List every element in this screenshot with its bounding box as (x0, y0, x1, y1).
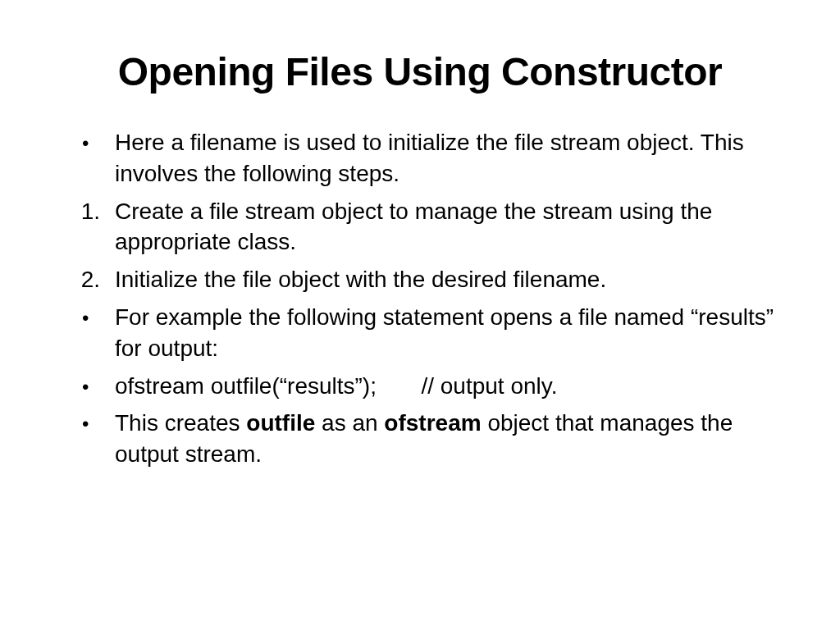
list-item: 2. Initialize the file object with the d… (57, 264, 783, 295)
item-text: Create a file stream object to manage th… (115, 196, 783, 258)
bullet-icon: • (82, 371, 115, 402)
list-item: • For example the following statement op… (57, 302, 783, 364)
item-text-rich: This creates outfile as an ofstream obje… (115, 408, 783, 470)
list-item: • ofstream outfile(“results”); // output… (57, 371, 783, 402)
bullet-icon: • (82, 408, 115, 470)
list-item: • This creates outfile as an ofstream ob… (57, 408, 783, 470)
list-item: 1. Create a file stream object to manage… (57, 196, 783, 258)
list-item: • Here a filename is used to initialize … (57, 127, 783, 189)
number-marker: 2. (74, 264, 115, 295)
item-text: For example the following statement open… (115, 302, 783, 364)
number-marker: 1. (74, 196, 115, 258)
slide-content: • Here a filename is used to initialize … (57, 127, 783, 470)
item-text: ofstream outfile(“results”); // output o… (115, 371, 783, 402)
slide-title: Opening Files Using Constructor (57, 49, 783, 94)
item-text: Here a filename is used to initialize th… (115, 127, 783, 189)
bullet-icon: • (82, 127, 115, 189)
item-text: Initialize the file object with the desi… (115, 264, 783, 295)
bullet-icon: • (82, 302, 115, 364)
